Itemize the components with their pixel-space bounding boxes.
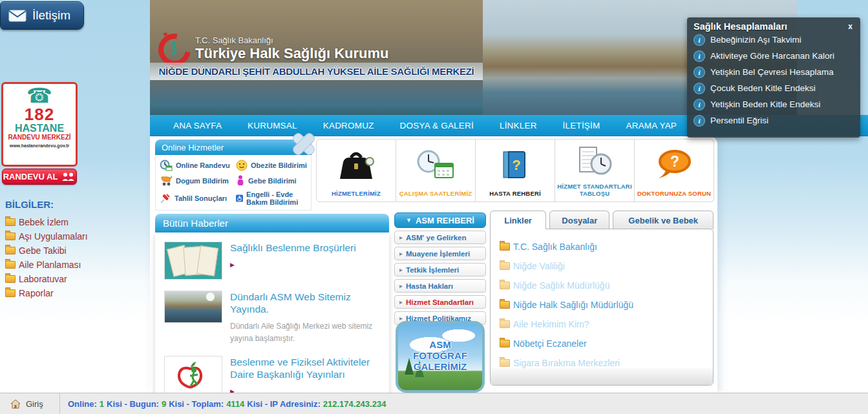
clock-calendar-icon — [413, 148, 458, 181]
site-title-band: NİĞDE DÜNDARLI ŞEHİT ABDULLAH YÜKSEL AİL… — [150, 63, 483, 80]
news-title[interactable]: Sağlıklı Beslenme Broşürleri — [230, 242, 356, 254]
sidebar-item-asi-uygulamalari[interactable]: Aşı Uygulamaları — [5, 229, 144, 243]
tab-linkler[interactable]: Linkler — [490, 211, 546, 229]
news-panel: Bütün Haberler Sağlıklı Beslenme Broşürl… — [155, 214, 389, 406]
sidebar-item-gebe-takibi[interactable]: Gebe Takibi — [5, 243, 144, 258]
chevron-right-icon: ▸ — [399, 234, 403, 241]
nav-item-ana-sayfa[interactable]: ANA SAYFA — [173, 121, 222, 130]
sidebar-item-bebek-izlem[interactable]: Bebek İzlem — [5, 215, 144, 229]
news-panel-body: Sağlıklı Beslenme Broşürleri ▶ Dündarlı … — [155, 233, 389, 406]
engelli-evde-bakim-link[interactable]: Engelli - Evde Bakım Bildirimi — [236, 191, 308, 206]
nav-item-kadromuz[interactable]: KADROMUZ — [323, 121, 374, 130]
tahlil-sonuclari-link[interactable]: Tahlil Sonuçları — [160, 191, 236, 206]
gallery-label-line: GALERİMİZ — [398, 361, 482, 372]
nav-item-iletisim[interactable]: İLETİŞİM — [563, 121, 600, 130]
contact-button[interactable]: İletişim — [0, 1, 84, 30]
calc-item-asi-takvimi[interactable]: iBebeğinizin Aşı Takvimi — [693, 32, 854, 48]
folder-icon — [5, 289, 16, 297]
calc-item-label: Aktiviteye Göre Harcanan Kalori — [710, 51, 834, 61]
star-icon: ★ — [162, 30, 169, 39]
calc-item-bel-cevresi[interactable]: iYetişkin Bel Çevresi Hesaplama — [693, 64, 854, 80]
info-icon: i — [693, 99, 705, 110]
news-item[interactable]: Sağlıklı Beslenme Broşürleri ▶ — [164, 242, 383, 280]
gebe-bildirimi-link[interactable]: Gebe Bildirimi — [236, 175, 308, 187]
calc-item-persentil-egrisi[interactable]: iPersentil Eğrisi — [693, 112, 854, 129]
link-nobetci-eczaneler[interactable]: Nöbetçi Eczaneler — [500, 334, 713, 353]
calc-item-yetiskin-bki[interactable]: iYetişkin Beden Kitle Endeksi — [693, 96, 854, 112]
asm-guide-header[interactable]: ▼ ASM REHBERİ — [394, 212, 486, 228]
asm-item-hasta-haklari[interactable]: ▸Hasta Hakları — [394, 279, 486, 293]
folder-icon — [500, 340, 510, 347]
site-title: NİĞDE DÜNDARLI ŞEHİT ABDULLAH YÜKSEL AİL… — [159, 66, 474, 77]
nav-item-linkler[interactable]: LİNKLER — [500, 121, 537, 130]
news-title[interactable]: Dündarlı ASM Web Sitemiz Yayında. — [230, 291, 383, 315]
stat-label: IP Adresiniz: — [270, 399, 321, 409]
asm-item-muayene-islemleri[interactable]: ▸Muayene İşlemleri — [394, 247, 486, 260]
calc-item-harcanan-kalori[interactable]: iAktiviteye Göre Harcanan Kalori — [693, 48, 854, 64]
stat-value: 212.174.243.234 — [323, 399, 386, 409]
randevu-al-button[interactable]: RANDEVU AL — [2, 169, 77, 185]
sidebar-item-label: Raporlar — [19, 288, 54, 298]
link-label: Nöbetçi Eczaneler — [513, 338, 587, 349]
doktorunuza-sorun-box[interactable]: ? DOKTORUNUZA SORUN — [635, 139, 714, 202]
online-service-label: Engelli - Evde Bakım Bildirimi — [246, 191, 308, 206]
news-panel-header[interactable]: Bütün Haberler — [155, 214, 389, 233]
asm-item-asm-ye-gelirken[interactable]: ▸ASM' ye Gelirken — [394, 231, 486, 244]
nav-item-arama-yap[interactable]: ARAMA YAP — [626, 121, 677, 130]
stat-label: Online: — [68, 399, 97, 409]
hotline-line2: RANDEVU MERKEZİ — [3, 134, 76, 141]
folder-icon — [5, 275, 16, 283]
chevron-right-icon: ▸ — [399, 282, 403, 289]
link-nigde-saglik-mudurlugu[interactable]: Niğde Sağlık Müdürlüğü — [500, 276, 713, 295]
link-label: Niğde Halk Sağlığı Müdürlüğü — [513, 300, 633, 310]
stroller-icon — [160, 175, 173, 187]
gallery-label-line: ASM — [398, 339, 482, 350]
sidebar-item-raporlar[interactable]: Raporlar — [5, 286, 144, 300]
hizmet-standartlari-box[interactable]: HİZMET STANDARTLARI TABLOŞU — [555, 139, 635, 202]
asm-item-tetkik-islemleri[interactable]: ▸Tetkik İşlemleri — [394, 263, 486, 276]
news-title[interactable]: Beslenme ve Fiziksel Aktiviteler Daire B… — [230, 356, 383, 380]
asm-item-label: Muayene İşlemleri — [406, 250, 470, 258]
gallery-label-line: FOTOĞRAF — [398, 350, 482, 361]
link-aile-hekimim-kim[interactable]: Aile Hekimim Kim? — [500, 315, 713, 334]
hizmetlerimiz-box[interactable]: HİZMETLERİMİZ — [316, 139, 396, 202]
hasta-rehberi-box[interactable]: ? HASTA REHBERİ — [476, 139, 555, 202]
folder-icon — [5, 261, 16, 269]
online-service-label: Tahlil Sonuçları — [175, 194, 227, 202]
nav-item-dosya-galeri[interactable]: DOSYA & GALERİ — [400, 121, 474, 130]
hotline-182-box[interactable]: ☎ 182 HASTANE RANDEVU MERKEZİ www.hastan… — [1, 82, 78, 167]
calisma-saatlerimiz-box[interactable]: ÇALIŞMA SAATLERİMİZ — [396, 139, 476, 202]
link-tc-saglik-bakanligi[interactable]: T.C. Sağlık Bakanlığı — [500, 237, 713, 256]
institution-name: Türkiye Halk Sağlığı Kurumu — [195, 45, 389, 62]
link-nigde-valiligi[interactable]: Niğde Valiliği — [500, 256, 713, 276]
sidebar-item-aile-planlamasi[interactable]: Aile Planlaması — [5, 258, 144, 272]
calc-item-cocuk-bki[interactable]: iÇocuk Beden Kitle Endeksi — [693, 80, 854, 96]
dogum-bildirim-link[interactable]: Dogum Bildirim — [160, 175, 236, 187]
health-calculations-panel: Sağlık Hesaplamaları x iBebeğinizin Aşı … — [687, 17, 860, 138]
tab-dosyalar[interactable]: Dosyalar — [549, 211, 609, 229]
link-nigde-halk-sagligi-mudurlugu[interactable]: Niğde Halk Sağlığı Müdürlüğü — [500, 295, 713, 315]
news-more-arrow[interactable]: ▶ — [230, 262, 235, 268]
home-icon — [10, 399, 21, 409]
obezite-bildirimi-link[interactable]: Obezite Bildirimi — [236, 160, 308, 171]
news-item[interactable]: Beslenme ve Fiziksel Aktiviteler Daire B… — [164, 356, 383, 396]
hotline-number: 182 — [3, 106, 76, 123]
sidebar-item-laboratuvar[interactable]: Laboratuvar — [5, 272, 144, 286]
chevron-right-icon: ▸ — [399, 315, 403, 322]
info-icon: i — [693, 34, 705, 46]
calc-item-label: Bebeğinizin Aşı Takvimi — [710, 35, 801, 45]
online-service-label: Gebe Bildirimi — [248, 177, 297, 185]
close-icon[interactable]: x — [847, 22, 854, 31]
asm-item-hizmet-standartlari[interactable]: ▸Hizmet Standartları — [394, 295, 486, 309]
folder-icon — [500, 262, 510, 270]
tab-gebelik-ve-bebek[interactable]: Gebelik ve Bebek — [613, 211, 714, 229]
info-icon: i — [693, 50, 705, 62]
login-button[interactable]: Giriş — [0, 393, 60, 414]
photo-gallery-button[interactable]: ASM FOTOĞRAF GALERİMİZ — [396, 321, 485, 393]
online-randevu-link[interactable]: Online Randevu — [160, 160, 236, 171]
news-item[interactable]: Dündarlı ASM Web Sitemiz Yayında. Dündar… — [164, 291, 383, 345]
stat-suffix: Kisi — [247, 399, 262, 409]
news-thumb-logo — [164, 356, 222, 394]
calc-item-label: Yetişkin Beden Kitle Endeksi — [710, 99, 821, 109]
folder-icon — [500, 282, 510, 289]
